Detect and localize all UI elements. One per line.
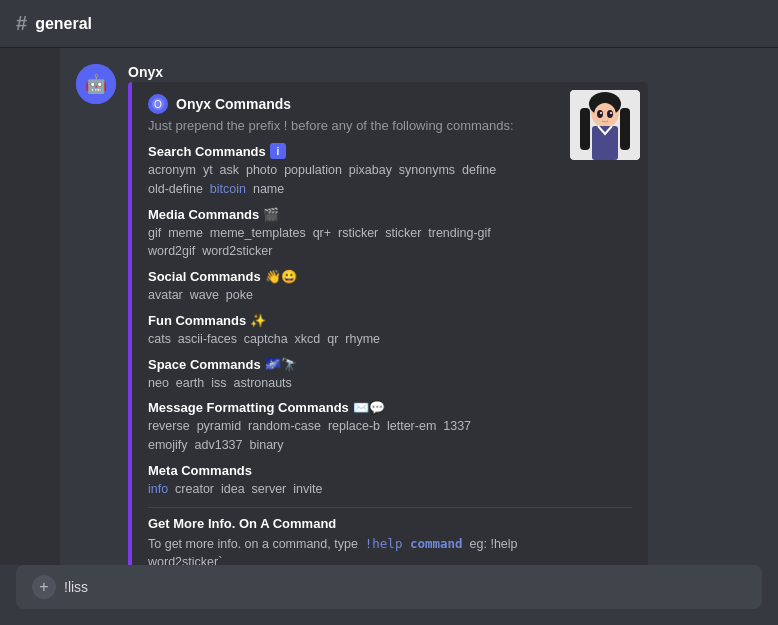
channel-name: general [35,15,92,33]
info-badge: i [270,143,286,159]
svg-point-11 [610,112,612,114]
svg-point-10 [600,112,602,114]
space-commands-list: neo earth iss astronauts [148,374,632,393]
messages-area: 🤖 Onyx [60,48,778,565]
username: Onyx [128,64,762,80]
help-section: Get More Info. On A Command To get more … [148,507,632,566]
meta-commands-label: Meta Commands [148,463,252,478]
section-header-fun: Fun Commands ✨ [148,313,632,328]
media-commands-list: gif meme meme_templates qr+ rsticker sti… [148,224,632,262]
section-header-space: Space Commands 🌌🔭 [148,357,632,372]
section-header-media: Media Commands 🎬 [148,207,632,222]
svg-rect-12 [592,126,618,160]
message-input[interactable] [64,579,746,595]
avatar: 🤖 [76,64,116,104]
svg-point-8 [597,110,603,118]
embed-description: Just prepend the prefix ! before any of … [148,118,632,133]
bot-thumbnail [570,90,640,160]
svg-rect-5 [580,108,590,150]
embed-header: O Onyx Commands [148,94,632,114]
help-text: To get more info. on a command, type !he… [148,535,632,566]
add-button[interactable]: + [32,575,56,599]
svg-text:O: O [154,99,162,110]
bot-avatar-art [570,90,640,160]
input-box: + [16,565,762,609]
help-title: Get More Info. On A Command [148,516,632,531]
search-commands-label: Search Commands [148,144,266,159]
section-header-search: Search Commands i [148,143,632,159]
social-commands-label: Social Commands [148,269,261,284]
search-commands-list: acronym yt ask photo population pixabay … [148,161,632,199]
space-emoji: 🌌🔭 [265,357,297,372]
channel-hash: # [16,12,27,35]
embed-title: Onyx Commands [176,96,291,112]
meta-commands-list: info creator idea server invite [148,480,632,499]
embed-card: O Onyx Commands Just prepend the prefix … [128,82,648,565]
media-emoji: 🎬 [263,207,279,222]
sidebar [0,48,60,565]
space-commands-label: Space Commands [148,357,261,372]
section-header-formatting: Message Formatting Commands ✉️💬 [148,400,632,415]
formatting-commands-list: reverse pyramid random-case replace-b le… [148,417,632,455]
formatting-emoji: ✉️💬 [353,400,385,415]
message-container: 🤖 Onyx [76,64,762,565]
fun-commands-list: cats ascii-faces captcha xkcd qr rhyme [148,330,632,349]
svg-rect-6 [620,108,630,150]
social-commands-list: avatar wave poke [148,286,632,305]
message-content: Onyx [128,64,762,565]
svg-point-9 [607,110,613,118]
section-header-meta: Meta Commands [148,463,632,478]
avatar-area: 🤖 [76,64,116,565]
social-emoji: 👋😀 [265,269,297,284]
formatting-commands-label: Message Formatting Commands [148,400,349,415]
main-area: 🤖 Onyx [0,48,778,565]
fun-emoji: ✨ [250,313,266,328]
section-header-social: Social Commands 👋😀 [148,269,632,284]
media-commands-label: Media Commands [148,207,259,222]
fun-commands-label: Fun Commands [148,313,246,328]
embed-icon: O [148,94,168,114]
svg-text:🤖: 🤖 [85,73,108,95]
input-area: + [0,565,778,625]
channel-header: # general [0,0,778,48]
